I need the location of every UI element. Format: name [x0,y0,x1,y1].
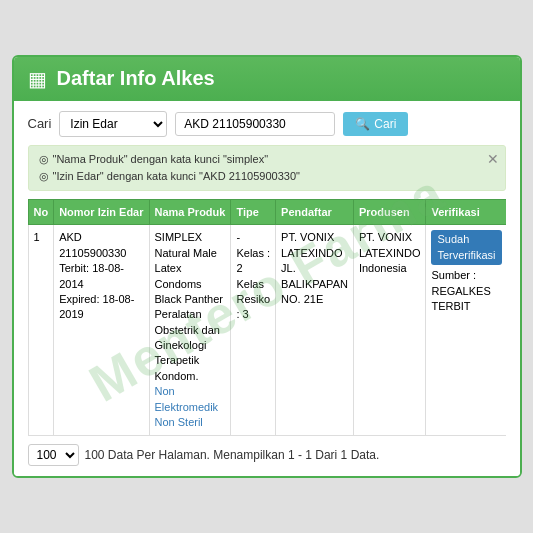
data-table: No Nomor Izin Edar Nama Produk Tipe Pend… [28,199,506,436]
col-nomor-izin: Nomor Izin Edar [54,200,149,225]
filter-bullet-2: ◎ [39,169,49,184]
table-row: 1 AKD 21105900330 Terbit: 18-08-2014 Exp… [28,225,506,436]
search-label: Cari [28,116,52,131]
verified-badge: Sudah Terverifikasi [431,230,501,265]
non-steril-link[interactable]: Non Steril [155,416,203,428]
search-button[interactable]: 🔍 Cari [343,112,408,136]
page-header: ▦ Daftar Info Alkes [14,57,520,101]
cell-nama-produk: SIMPLEX Natural Male Latex Condoms Black… [149,225,231,436]
col-tipe: Tipe [231,200,276,225]
search-icon: 🔍 [355,117,370,131]
filter-text-1: "Nama Produk" dengan kata kunci "simplex… [53,152,269,167]
cell-verifikasi: Sudah Terverifikasi Sumber : REGALKES TE… [426,225,506,436]
content-area: Mentero Farma Cari Izin Edar Nama Produk… [14,101,520,477]
col-nama-produk: Nama Produk [149,200,231,225]
search-input[interactable] [175,112,335,136]
filter-bullet-1: ◎ [39,152,49,167]
cell-produsen: PT. VONIX LATEXINDO Indonesia [353,225,426,436]
page-title: Daftar Info Alkes [57,67,215,90]
table-header-row: No Nomor Izin Edar Nama Produk Tipe Pend… [28,200,506,225]
per-page-select[interactable]: 10 25 50 100 [28,444,79,466]
filter-info-box: ◎ "Nama Produk" dengan kata kunci "simpl… [28,145,506,192]
col-pendaftar: Pendaftar [276,200,354,225]
table-wrapper: No Nomor Izin Edar Nama Produk Tipe Pend… [28,199,506,436]
non-elektromedik-link[interactable]: Non Elektromedik [155,385,219,412]
col-no: No [28,200,54,225]
cell-nomor-izin: AKD 21105900330 Terbit: 18-08-2014 Expir… [54,225,149,436]
cell-tipe: - Kelas : 2 Kelas Resiko : 3 [231,225,276,436]
main-container: ▦ Daftar Info Alkes Mentero Farma Cari I… [12,55,522,479]
footer-row: 10 25 50 100 100 Data Per Halaman. Menam… [28,444,506,466]
pagination-info: 100 Data Per Halaman. Menampilkan 1 - 1 … [85,448,380,462]
grid-icon: ▦ [28,67,47,91]
filter-text-2: "Izin Edar" dengan kata kunci "AKD 21105… [53,169,300,184]
search-type-select[interactable]: Izin Edar Nama Produk Produsen [59,111,167,137]
filter-item-2: ◎ "Izin Edar" dengan kata kunci "AKD 211… [39,169,495,184]
cell-pendaftar: PT. VONIX LATEXINDO JL. BALIKPAPAN NO. 2… [276,225,354,436]
col-verifikasi: Verifikasi [426,200,506,225]
filter-close-button[interactable]: ✕ [487,152,499,166]
col-produsen: Produsen [353,200,426,225]
search-row: Cari Izin Edar Nama Produk Produsen 🔍 Ca… [28,111,506,137]
cell-no: 1 [28,225,54,436]
filter-item-1: ◎ "Nama Produk" dengan kata kunci "simpl… [39,152,495,167]
